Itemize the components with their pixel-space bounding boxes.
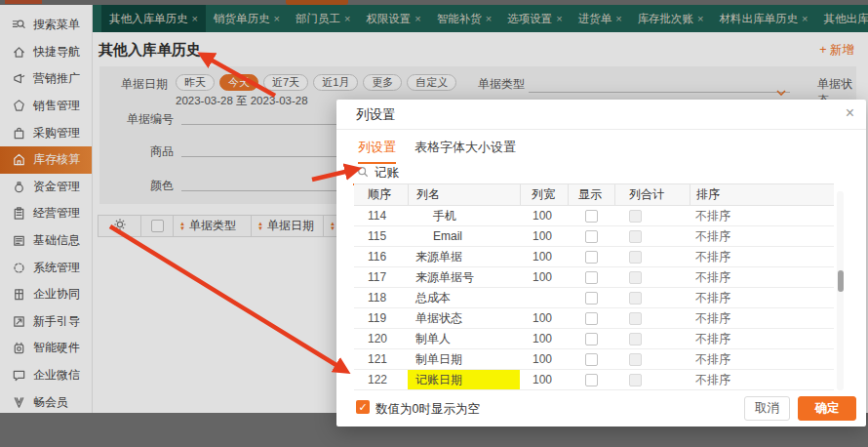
column-name: 来源单据号 bbox=[408, 267, 520, 287]
column-order: 114 bbox=[354, 209, 408, 223]
columns-table-body: 114手机100不排序115Email100不排序116来源单据100不排序11… bbox=[354, 206, 834, 390]
sum-cell bbox=[614, 312, 690, 325]
column-width-value[interactable]: 100 bbox=[520, 229, 568, 243]
app-screen: 搜索菜单快捷导航营销推广销售管理采购管理库存核算资金管理经营管理基础信息系统管理… bbox=[0, 0, 868, 447]
show-cell bbox=[568, 312, 614, 325]
sum-checkbox[interactable] bbox=[629, 374, 642, 386]
column-width-value[interactable]: 100 bbox=[520, 332, 568, 345]
column-order: 120 bbox=[354, 332, 408, 345]
column-row: 120制单人100不排序 bbox=[354, 329, 834, 349]
column-order: 122 bbox=[354, 373, 408, 386]
sort-state[interactable]: 不排序 bbox=[690, 331, 834, 347]
sum-checkbox[interactable] bbox=[629, 251, 642, 264]
show-checkbox[interactable] bbox=[585, 210, 598, 223]
column-row: 121制单日期100不排序 bbox=[354, 349, 834, 370]
modal-scrollbar bbox=[837, 191, 844, 390]
column-order: 121 bbox=[354, 352, 408, 366]
column-width-value[interactable]: 100 bbox=[520, 270, 568, 284]
show-cell bbox=[568, 271, 614, 284]
column-name: Email bbox=[408, 226, 520, 246]
column-width-value[interactable]: 100 bbox=[520, 209, 568, 223]
column-name: 来源单据 bbox=[408, 247, 520, 266]
column-order: 118 bbox=[354, 291, 408, 305]
show-checkbox[interactable] bbox=[585, 353, 598, 366]
sum-checkbox[interactable] bbox=[629, 230, 642, 243]
sort-state[interactable]: 不排序 bbox=[690, 228, 834, 245]
column-row: 119单据状态100不排序 bbox=[354, 308, 834, 329]
column-order: 117 bbox=[354, 270, 408, 284]
search-icon bbox=[357, 164, 369, 182]
show-cell bbox=[568, 353, 614, 366]
column-width-value[interactable]: 100 bbox=[520, 352, 568, 366]
sort-state[interactable]: 不排序 bbox=[690, 269, 834, 286]
column-row: 115Email100不排序 bbox=[354, 226, 834, 247]
column-row: 118总成本不排序 bbox=[354, 288, 834, 308]
tab-column-settings[interactable]: 列设置 bbox=[358, 139, 396, 164]
header-show: 显示 bbox=[568, 184, 614, 205]
sort-state[interactable]: 不排序 bbox=[690, 208, 834, 224]
header-sort: 排序 bbox=[690, 184, 834, 205]
column-width-value[interactable]: 100 bbox=[520, 250, 568, 264]
column-order: 119 bbox=[354, 311, 408, 325]
sum-cell bbox=[614, 230, 690, 243]
column-order: 116 bbox=[354, 250, 408, 264]
sort-state[interactable]: 不排序 bbox=[690, 249, 834, 265]
show-checkbox[interactable] bbox=[585, 333, 598, 345]
header-name: 列名 bbox=[408, 184, 520, 205]
column-name: 制单日期 bbox=[408, 349, 520, 369]
column-name-highlighted: 记账日期 bbox=[408, 370, 520, 389]
column-name: 手机 bbox=[408, 206, 520, 225]
show-cell bbox=[568, 210, 614, 223]
sort-state[interactable]: 不排序 bbox=[690, 290, 834, 306]
tab-font-size-settings[interactable]: 表格字体大小设置 bbox=[414, 139, 516, 164]
modal-header: 列设置 × bbox=[336, 100, 866, 130]
show-checkbox[interactable] bbox=[585, 292, 598, 305]
show-checkbox[interactable] bbox=[585, 271, 598, 284]
sum-cell bbox=[614, 353, 690, 366]
column-name: 制单人 bbox=[408, 329, 520, 348]
cancel-button[interactable]: 取消 bbox=[744, 396, 790, 421]
sum-cell bbox=[614, 271, 690, 284]
column-width-value[interactable]: 100 bbox=[520, 311, 568, 325]
zero-as-blank-checkbox[interactable]: ✓ bbox=[356, 400, 370, 414]
modal-tabs: 列设置 表格字体大小设置 bbox=[358, 139, 516, 164]
sort-state[interactable]: 不排序 bbox=[690, 372, 834, 388]
column-settings-modal: 列设置 × 列设置 表格字体大小设置 顺序 列名 列宽 显示 列合计 排序 11… bbox=[336, 100, 866, 427]
sum-checkbox[interactable] bbox=[629, 333, 642, 345]
show-checkbox[interactable] bbox=[585, 251, 598, 264]
show-checkbox[interactable] bbox=[585, 374, 598, 386]
show-cell bbox=[568, 333, 614, 345]
sum-checkbox[interactable] bbox=[629, 271, 642, 284]
sort-state[interactable]: 不排序 bbox=[690, 310, 834, 327]
column-order: 115 bbox=[354, 229, 408, 243]
column-row: 114手机100不排序 bbox=[354, 206, 834, 226]
column-search bbox=[353, 162, 468, 185]
column-row: 116来源单据100不排序 bbox=[354, 247, 834, 267]
confirm-button[interactable]: 确定 bbox=[798, 396, 856, 421]
modal-title: 列设置 bbox=[356, 100, 396, 130]
header-width: 列宽 bbox=[520, 184, 568, 205]
column-width-value[interactable]: 100 bbox=[520, 373, 568, 386]
show-cell bbox=[568, 230, 614, 243]
scrollbar-thumb[interactable] bbox=[838, 270, 844, 292]
show-checkbox[interactable] bbox=[585, 312, 598, 325]
sum-checkbox[interactable] bbox=[629, 210, 642, 223]
header-sum: 列合计 bbox=[614, 184, 690, 205]
header-order: 顺序 bbox=[354, 184, 408, 205]
sum-cell bbox=[614, 333, 690, 345]
sum-checkbox[interactable] bbox=[629, 292, 642, 305]
show-checkbox[interactable] bbox=[585, 230, 598, 243]
show-cell bbox=[568, 292, 614, 305]
sum-cell bbox=[614, 292, 690, 305]
modal-footer: ✓ 数值为0时显示为空 取消 确定 bbox=[336, 393, 866, 423]
show-cell bbox=[568, 374, 614, 386]
close-icon[interactable]: × bbox=[846, 104, 854, 122]
columns-table: 顺序 列名 列宽 显示 列合计 排序 114手机100不排序115Email10… bbox=[354, 183, 834, 390]
show-cell bbox=[568, 251, 614, 264]
sum-checkbox[interactable] bbox=[629, 353, 642, 366]
sum-cell bbox=[614, 210, 690, 223]
sum-checkbox[interactable] bbox=[629, 312, 642, 325]
sort-state[interactable]: 不排序 bbox=[690, 351, 834, 368]
column-name: 单据状态 bbox=[408, 308, 520, 328]
search-input[interactable] bbox=[375, 166, 458, 180]
